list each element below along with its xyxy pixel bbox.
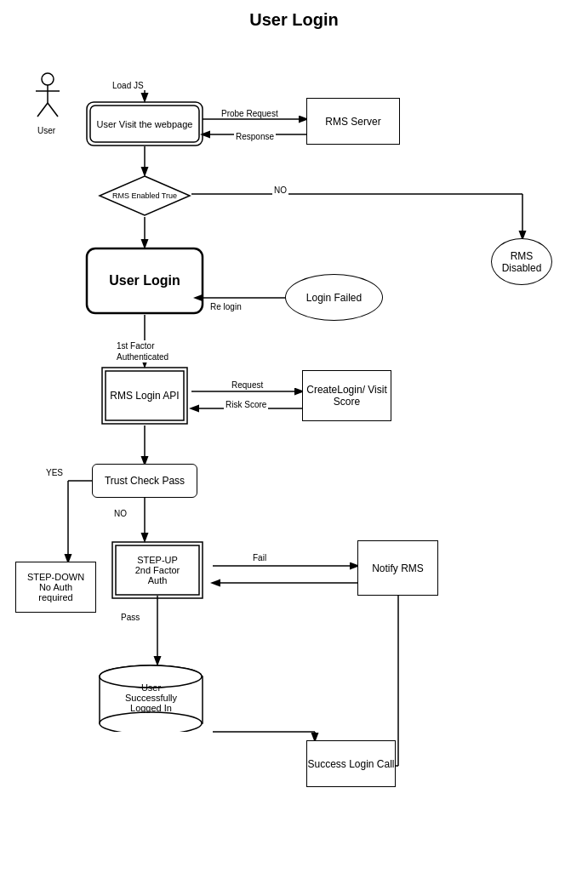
first-factor-label: 1st Factor Authenticated — [115, 340, 170, 362]
rms-server-box: RMS Server — [306, 98, 400, 145]
no-label2: NO — [112, 509, 128, 518]
user-person-icon — [32, 72, 63, 123]
svg-line-25 — [37, 103, 48, 117]
trust-check-box: Trust Check Pass — [92, 464, 197, 498]
create-login-box: CreateLogin/ Visit Score — [302, 370, 391, 421]
rms-login-api-text: RMS Login API — [100, 366, 189, 425]
user-login-box: User Login — [85, 247, 204, 315]
response-label: Response — [234, 132, 276, 141]
risk-score-label: Risk Score — [224, 400, 268, 409]
user-login-text: User Login — [85, 247, 204, 315]
no-label: NO — [272, 186, 288, 195]
pass-label: Pass — [119, 613, 141, 622]
fail-label: Fail — [251, 553, 268, 562]
user-logged-in-cylinder: User Successfully Logged In — [98, 664, 204, 732]
probe-request-label: Probe Request — [220, 109, 280, 118]
notify-rms-box: Notify RMS — [357, 540, 438, 596]
svg-point-22 — [42, 73, 54, 85]
rms-disabled-ellipse: RMS Disabled — [491, 238, 552, 285]
step-up-text: STEP-UP 2nd Factor Auth — [111, 540, 204, 600]
login-failed-ellipse: Login Failed — [285, 274, 383, 321]
request-label: Request — [230, 380, 265, 390]
page-title: User Login — [0, 10, 588, 30]
user-label: User — [36, 126, 57, 135]
yes-label: YES — [44, 468, 65, 477]
svg-line-26 — [48, 103, 58, 117]
step-down-box: STEP-DOWN No Auth required — [15, 562, 96, 613]
visit-webpage-box: User Visit the webpage — [85, 100, 204, 147]
rms-enabled-diamond: RMS Enabled True — [98, 174, 191, 217]
diagram: User Login — [0, 0, 588, 879]
rms-login-api-box: RMS Login API — [100, 366, 189, 425]
step-up-box: STEP-UP 2nd Factor Auth — [111, 540, 204, 600]
re-login-label: Re login — [208, 302, 243, 311]
load-js-label: Load JS — [111, 81, 146, 90]
success-login-box: Success Login Call — [306, 740, 396, 787]
user-logged-in-text: User Successfully Logged In — [98, 674, 204, 722]
visit-webpage-text: User Visit the webpage — [85, 100, 204, 147]
